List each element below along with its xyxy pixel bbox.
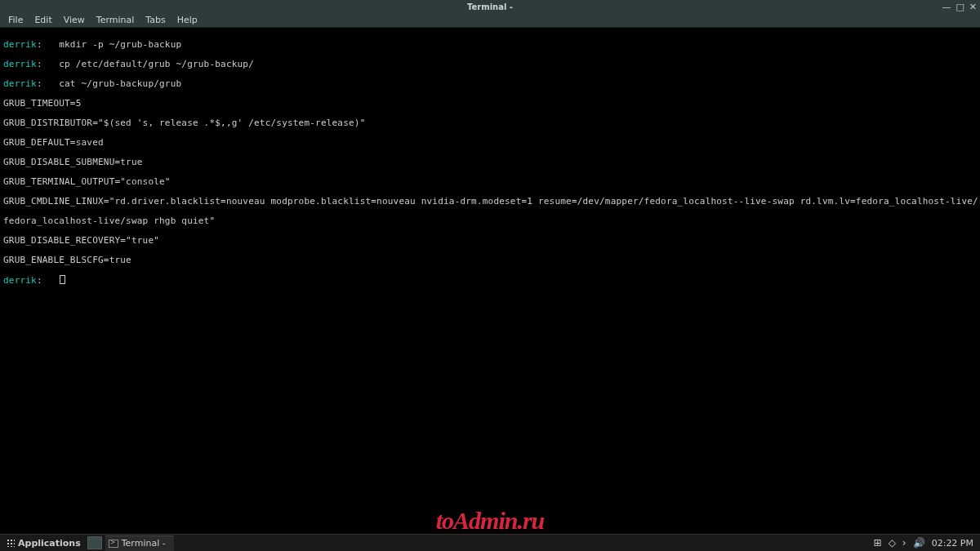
close-button[interactable]: ✕ xyxy=(969,2,977,11)
menu-bar: File Edit View Terminal Tabs Help xyxy=(0,13,980,28)
output-line: GRUB_DISABLE_RECOVERY="true" xyxy=(3,235,159,246)
command-2: cp /etc/default/grub ~/grub-backup/ xyxy=(53,59,254,69)
window-title: Terminal - xyxy=(467,2,513,11)
shell-prompt: derrik xyxy=(3,59,37,69)
terminal-output-area[interactable]: derrik: mkdir -p ~/grub-backup derrik: c… xyxy=(0,28,980,534)
system-tray: ⊞ ◇ › 🔊 02:22 PM xyxy=(874,537,980,549)
minimize-button[interactable]: — xyxy=(942,2,951,11)
menu-tabs[interactable]: Tabs xyxy=(145,15,165,25)
shell-prompt: derrik xyxy=(3,275,37,286)
workspace-switcher-icon[interactable] xyxy=(87,536,102,549)
output-line: GRUB_ENABLE_BLSCFG=true xyxy=(3,255,131,265)
output-line: GRUB_DISTRIBUTOR="$(sed 's, release .*$,… xyxy=(3,118,365,128)
clock[interactable]: 02:22 PM xyxy=(932,538,973,549)
taskbar-item-label: Terminal - xyxy=(122,538,166,549)
output-line: fedora_localhost-live/swap rhgb quiet" xyxy=(3,216,215,226)
output-line: GRUB_TERMINAL_OUTPUT="console" xyxy=(3,176,171,187)
output-line: GRUB_TIMEOUT=5 xyxy=(3,98,82,109)
menu-view[interactable]: View xyxy=(64,15,85,25)
volume-icon[interactable]: 🔊 xyxy=(913,537,925,549)
taskbar: Applications Terminal - ⊞ ◇ › 🔊 02:22 PM xyxy=(0,534,980,551)
terminal-cursor xyxy=(60,275,65,284)
menu-help[interactable]: Help xyxy=(177,15,198,25)
prompt-sep: : xyxy=(37,59,53,69)
menu-edit[interactable]: Edit xyxy=(34,15,51,25)
maximize-button[interactable]: □ xyxy=(956,2,964,11)
applications-label: Applications xyxy=(18,538,81,549)
window-controls: — □ ✕ xyxy=(942,0,977,13)
notifications-icon[interactable]: ◇ xyxy=(889,537,896,549)
dropbox-icon[interactable]: ⊞ xyxy=(874,537,882,549)
command-3: cat ~/grub-backup/grub xyxy=(53,78,181,89)
grid-icon xyxy=(7,539,15,547)
taskbar-left: Applications Terminal - xyxy=(0,535,174,551)
taskbar-item-terminal[interactable]: Terminal - xyxy=(105,535,174,551)
shell-prompt: derrik xyxy=(3,39,37,50)
prompt-sep: : xyxy=(37,39,53,50)
applications-menu-button[interactable]: Applications xyxy=(3,536,84,550)
menu-file[interactable]: File xyxy=(8,15,23,25)
output-line: GRUB_CMDLINE_LINUX="rd.driver.blacklist=… xyxy=(3,196,980,207)
command-1: mkdir -p ~/grub-backup xyxy=(53,39,181,50)
shell-prompt: derrik xyxy=(3,78,37,89)
menu-terminal[interactable]: Terminal xyxy=(96,15,135,25)
output-line: GRUB_DEFAULT=saved xyxy=(3,137,104,148)
prompt-sep: : xyxy=(37,78,53,89)
chevron-right-icon[interactable]: › xyxy=(902,537,906,549)
prompt-sep: : xyxy=(37,275,53,286)
window-titlebar: Terminal - — □ ✕ xyxy=(0,0,980,13)
terminal-icon xyxy=(109,540,118,548)
output-line: GRUB_DISABLE_SUBMENU=true xyxy=(3,157,143,167)
